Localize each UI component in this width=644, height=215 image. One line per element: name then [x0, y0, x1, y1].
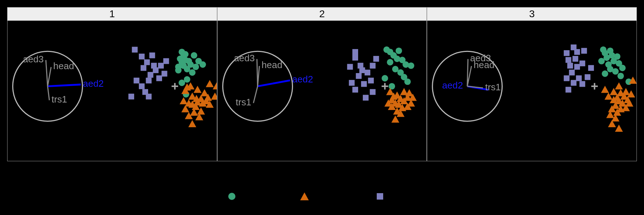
data-point-concha [387, 59, 393, 66]
data-point-heintzi [564, 75, 570, 81]
data-point-concha [612, 68, 619, 75]
data-point-concha [395, 48, 402, 54]
data-point-heintzi [141, 65, 146, 71]
data-point-heintzi [580, 81, 585, 87]
data-point-concha [619, 65, 626, 71]
data-point-heintzi [156, 75, 162, 81]
data-point-concha [184, 76, 190, 83]
data-point-heintzi [356, 73, 361, 79]
data-point-concha [618, 73, 624, 79]
data-point-grahami [206, 80, 214, 87]
data-point-heintzi [566, 57, 571, 63]
data-point-concha [192, 63, 199, 70]
data-point-heintzi [572, 56, 578, 62]
axis-vector-trs1 [253, 86, 258, 103]
data-point-heintzi [146, 78, 152, 83]
data-point-heintzi [147, 72, 153, 78]
panel-svg: aed2aed3headtrs1 [427, 21, 636, 161]
data-point-concha [189, 69, 195, 76]
origin-marker-icon [381, 83, 388, 90]
data-point-heintzi [370, 89, 375, 95]
origin-marker-icon [172, 83, 178, 90]
axis-label-trs1: trs1 [485, 82, 501, 92]
data-point-concha [200, 61, 206, 68]
data-point-grahami [194, 86, 201, 93]
data-point-heintzi [352, 55, 358, 61]
data-point-concha [381, 75, 388, 81]
panel-header: 1 [8, 8, 217, 21]
data-point-grahami [213, 82, 217, 90]
legend-title: species [307, 175, 336, 185]
data-point-heintzi [161, 71, 167, 77]
data-point-heintzi [163, 58, 169, 64]
panel-header: 3 [427, 8, 636, 21]
data-point-heintzi [368, 78, 374, 83]
axis-label-trs1: trs1 [235, 97, 251, 108]
axis-label-head: head [262, 59, 282, 70]
data-point-heintzi [144, 59, 150, 65]
data-point-heintzi [576, 75, 582, 81]
data-point-grahami [615, 82, 623, 90]
data-point-heintzi [365, 70, 370, 75]
data-point-heintzi [139, 83, 145, 89]
data-point-heintzi [567, 63, 573, 68]
chart-container: 1aed2aed3headtrs12aed2aed3headtrs13aed2a… [0, 0, 644, 215]
triangle-icon [300, 192, 309, 200]
data-point-heintzi [564, 50, 570, 56]
panel: 2aed2aed3headtrs1 [217, 7, 427, 161]
data-point-concha [602, 71, 608, 77]
data-point-heintzi [574, 64, 580, 70]
axis-label-trs1: trs1 [52, 94, 67, 105]
origin-marker-icon [591, 83, 598, 90]
axis-label-aed3: aed3 [23, 54, 44, 64]
data-point-heintzi [370, 63, 375, 68]
data-point-heintzi [139, 54, 145, 59]
data-point-concha [408, 62, 414, 69]
data-point-grahami [188, 120, 196, 127]
circle-icon [228, 193, 235, 200]
data-point-heintzi [571, 80, 577, 86]
data-point-heintzi [569, 70, 575, 75]
panels-row: 1aed2aed3headtrs12aed2aed3headtrs13aed2a… [7, 7, 637, 161]
axis-vector-aed3 [46, 60, 48, 86]
panel: 3aed2aed3headtrs1 [427, 7, 637, 161]
axis-vector-trs1 [48, 86, 49, 100]
panel-svg: aed2aed3headtrs1 [8, 21, 217, 161]
axis-label-aed2: aed2 [83, 78, 104, 89]
data-point-heintzi [585, 74, 591, 80]
data-point-heintzi [352, 87, 358, 92]
data-point-heintzi [588, 65, 594, 71]
data-point-heintzi [153, 67, 158, 73]
axis-vector-head [48, 67, 51, 86]
data-point-heintzi [574, 49, 580, 55]
legend-item-label: Heintzi [390, 191, 416, 201]
data-point-concha [404, 78, 411, 85]
data-point-heintzi [352, 49, 358, 55]
data-point-heintzi [158, 63, 164, 68]
panel-body: aed2aed3headtrs1 [218, 21, 427, 161]
legend: species ConchaGrahamiHeintzi [0, 161, 644, 215]
data-point-grahami [615, 125, 623, 132]
axis-label-aed2: aed2 [292, 74, 313, 85]
data-point-heintzi [347, 64, 353, 70]
data-point-grahami [601, 86, 609, 93]
data-point-grahami [180, 97, 187, 104]
panel-body: aed2aed3headtrs1 [427, 21, 636, 161]
legend-item-grahami: Grahami [300, 191, 348, 201]
data-point-grahami [200, 89, 208, 96]
axis-vector-aed2 [258, 80, 290, 86]
data-point-concha [389, 83, 395, 90]
legend-item-heintzi: Heintzi [377, 191, 416, 201]
data-point-concha [191, 52, 197, 58]
data-point-heintzi [581, 48, 587, 54]
panel-header: 2 [218, 8, 427, 21]
data-point-grahami [622, 88, 630, 95]
data-point-heintzi [361, 81, 367, 87]
data-point-heintzi [132, 47, 138, 53]
panel-body: aed2aed3headtrs1 [8, 21, 217, 161]
panel-svg: aed2aed3headtrs1 [218, 21, 427, 161]
data-point-heintzi [128, 94, 134, 99]
data-point-heintzi [373, 56, 379, 62]
axis-label-head: head [53, 61, 74, 71]
legend-items: ConchaGrahamiHeintzi [228, 191, 416, 201]
